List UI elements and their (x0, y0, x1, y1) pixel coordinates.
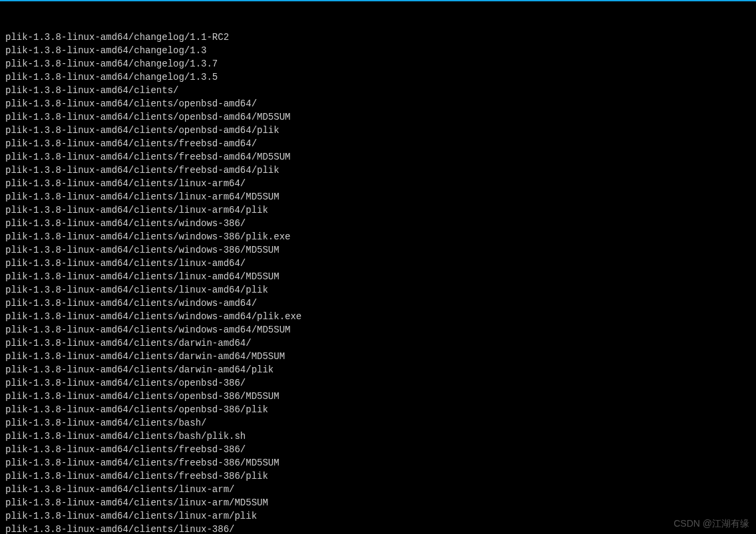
terminal-output[interactable]: plik-1.3.8-linux-amd64/changelog/1.1-RC2… (0, 1, 756, 534)
terminal-line: plik-1.3.8-linux-amd64/clients/freebsd-3… (5, 469, 751, 483)
terminal-line: plik-1.3.8-linux-amd64/clients/windows-3… (5, 230, 751, 243)
terminal-line: plik-1.3.8-linux-amd64/clients/openbsd-a… (5, 110, 751, 124)
terminal-line: plik-1.3.8-linux-amd64/changelog/1.1-RC2 (5, 31, 751, 44)
terminal-line: plik-1.3.8-linux-amd64/clients/linux-arm… (5, 177, 751, 190)
terminal-line: plik-1.3.8-linux-amd64/clients/linux-arm… (5, 483, 751, 496)
terminal-line: plik-1.3.8-linux-amd64/clients/windows-3… (5, 243, 751, 257)
terminal-line: plik-1.3.8-linux-amd64/changelog/1.3.5 (5, 70, 751, 84)
terminal-line: plik-1.3.8-linux-amd64/clients/openbsd-3… (5, 390, 751, 403)
terminal-line: plik-1.3.8-linux-amd64/clients/linux-amd… (5, 257, 751, 270)
terminal-line: plik-1.3.8-linux-amd64/clients/linux-amd… (5, 283, 751, 297)
terminal-line: plik-1.3.8-linux-amd64/changelog/1.3.7 (5, 57, 751, 70)
terminal-line: plik-1.3.8-linux-amd64/changelog/1.3 (5, 44, 751, 57)
terminal-line: plik-1.3.8-linux-amd64/clients/windows-a… (5, 323, 751, 336)
terminal-line: plik-1.3.8-linux-amd64/clients/linux-arm… (5, 496, 751, 509)
terminal-line: plik-1.3.8-linux-amd64/clients/freebsd-a… (5, 137, 751, 150)
terminal-line: plik-1.3.8-linux-amd64/clients/openbsd-3… (5, 376, 751, 390)
terminal-line: plik-1.3.8-linux-amd64/clients/darwin-am… (5, 363, 751, 376)
terminal-line: plik-1.3.8-linux-amd64/clients/linux-386… (5, 523, 751, 534)
terminal-line: plik-1.3.8-linux-amd64/clients/openbsd-a… (5, 124, 751, 137)
terminal-line: plik-1.3.8-linux-amd64/clients/freebsd-3… (5, 443, 751, 456)
terminal-line: plik-1.3.8-linux-amd64/clients/linux-arm… (5, 509, 751, 523)
terminal-line: plik-1.3.8-linux-amd64/clients/bash/plik… (5, 430, 751, 443)
terminal-line: plik-1.3.8-linux-amd64/clients/darwin-am… (5, 350, 751, 363)
terminal-line: plik-1.3.8-linux-amd64/clients/freebsd-a… (5, 150, 751, 164)
terminal-line: plik-1.3.8-linux-amd64/clients/windows-a… (5, 297, 751, 310)
terminal-line: plik-1.3.8-linux-amd64/clients/linux-arm… (5, 190, 751, 203)
terminal-line: plik-1.3.8-linux-amd64/clients/openbsd-3… (5, 403, 751, 416)
terminal-line: plik-1.3.8-linux-amd64/clients/linux-arm… (5, 203, 751, 217)
terminal-line: plik-1.3.8-linux-amd64/clients/darwin-am… (5, 336, 751, 350)
terminal-line: plik-1.3.8-linux-amd64/clients/freebsd-a… (5, 164, 751, 177)
terminal-line: plik-1.3.8-linux-amd64/clients/windows-a… (5, 310, 751, 323)
terminal-line: plik-1.3.8-linux-amd64/clients/bash/ (5, 416, 751, 430)
terminal-line: plik-1.3.8-linux-amd64/clients/linux-amd… (5, 270, 751, 283)
terminal-line: plik-1.3.8-linux-amd64/clients/ (5, 84, 751, 97)
terminal-lines-container: plik-1.3.8-linux-amd64/changelog/1.1-RC2… (5, 31, 751, 534)
terminal-line: plik-1.3.8-linux-amd64/clients/openbsd-a… (5, 97, 751, 110)
terminal-line: plik-1.3.8-linux-amd64/clients/windows-3… (5, 217, 751, 230)
terminal-line: plik-1.3.8-linux-amd64/clients/freebsd-3… (5, 456, 751, 469)
